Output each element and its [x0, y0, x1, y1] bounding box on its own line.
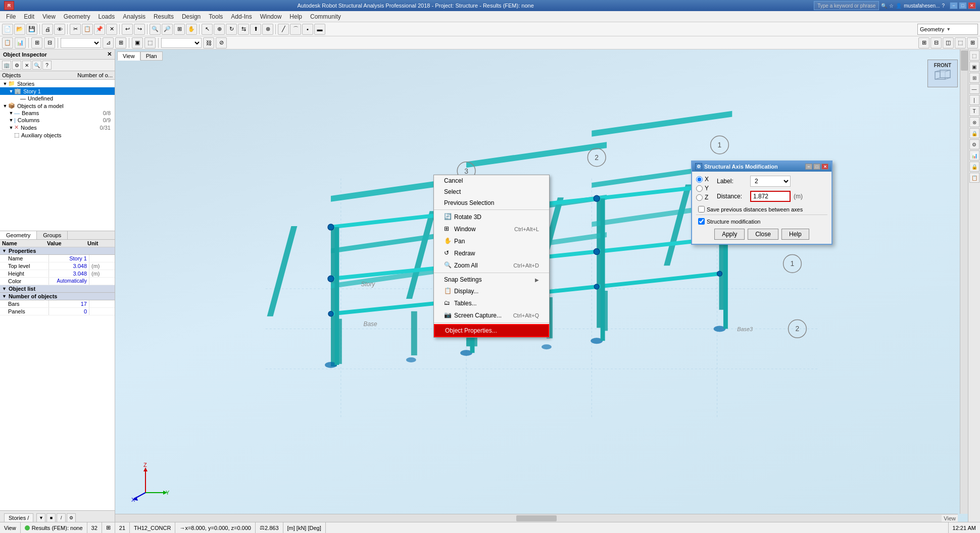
menu-edit[interactable]: Edit: [20, 12, 38, 21]
tb-preview[interactable]: 👁: [54, 24, 65, 35]
tb-copy[interactable]: 📋: [82, 24, 93, 35]
tb2-results[interactable]: 📊: [15, 37, 26, 48]
tb-arc[interactable]: ⌒: [290, 24, 301, 35]
tb-pan[interactable]: ✋: [186, 24, 197, 35]
menu-window[interactable]: Window: [256, 12, 286, 21]
story-icon-1[interactable]: ▼: [36, 513, 45, 522]
story-icon-3[interactable]: /: [57, 513, 66, 522]
tree-row-stories[interactable]: ▼ 📁 Stories: [0, 80, 115, 87]
tree-row-undefined[interactable]: — Undefined: [0, 95, 115, 102]
vscroll[interactable]: [960, 49, 968, 514]
sax-radio-z[interactable]: Z: [696, 194, 709, 201]
hscroll-thumb[interactable]: [516, 515, 557, 521]
tb-mirror[interactable]: ⇆: [238, 24, 249, 35]
expand-columns-icon[interactable]: ▼: [8, 118, 14, 123]
tb2-r2[interactable]: ⊟: [930, 37, 942, 48]
view3d[interactable]: View Plan: [115, 49, 968, 533]
rt-btn-2[interactable]: ▣: [969, 62, 979, 72]
tb-zoom-out[interactable]: 🔎: [162, 24, 173, 35]
rt-btn-8[interactable]: 🔒: [969, 128, 979, 138]
expand-nodes-icon[interactable]: ▼: [8, 125, 14, 130]
sax-radio-y[interactable]: Y: [696, 185, 709, 192]
tb-undo[interactable]: ↩: [122, 24, 133, 35]
expand-stories-icon[interactable]: ▼: [2, 81, 8, 86]
tb2-combo1[interactable]: [61, 38, 101, 48]
rt-btn-11[interactable]: 🔒: [969, 162, 979, 172]
radio-y-input[interactable]: [696, 185, 703, 192]
section-properties[interactable]: ▼ Properties: [0, 247, 115, 255]
ctx-window[interactable]: ⊞ Window Ctrl+Alt+L: [434, 223, 549, 235]
tb-save[interactable]: 💾: [26, 24, 37, 35]
stories-tab-item[interactable]: Stories /: [4, 513, 33, 522]
tree-row-auxiliary[interactable]: ⬚ Auxiliary objects: [0, 131, 115, 139]
context-menu[interactable]: Cancel Select Previous Selection 🔄 Rotat…: [433, 175, 550, 338]
tb-line[interactable]: ╱: [278, 24, 289, 35]
expand-model-icon[interactable]: ▼: [2, 103, 8, 109]
tb2-view1[interactable]: ▣: [132, 37, 143, 48]
tb2-grid[interactable]: ⊞: [115, 37, 126, 48]
tb-snap[interactable]: ⊕: [214, 24, 225, 35]
rt-btn-12[interactable]: 📋: [969, 173, 979, 183]
ctx-select[interactable]: Select: [434, 186, 549, 197]
sax-label-select[interactable]: 2 1 3: [750, 176, 791, 187]
expand-beams-icon[interactable]: ▼: [8, 111, 14, 116]
sax-maximize-button[interactable]: □: [813, 164, 820, 170]
geometry-dropdown[interactable]: Geometry ▼: [917, 24, 978, 35]
rt-btn-1[interactable]: ⬚: [969, 50, 979, 61]
geo-dropdown-container[interactable]: Geometry ▼: [917, 24, 978, 35]
sax-distance-input[interactable]: [750, 191, 791, 202]
tab-groups[interactable]: Groups: [37, 231, 68, 239]
menu-tools[interactable]: Tools: [205, 12, 227, 21]
tb-new[interactable]: 📄: [2, 24, 13, 35]
close-button[interactable]: ✕: [968, 2, 976, 9]
sax-checkbox1[interactable]: [698, 206, 705, 212]
section-num-objects[interactable]: ▼ Number of objects: [0, 293, 115, 300]
story-icon-4[interactable]: ⚙: [67, 513, 76, 522]
insp-objects[interactable]: ⚙: [12, 61, 21, 70]
rt-btn-5[interactable]: |: [969, 95, 979, 105]
minimize-button[interactable]: −: [950, 2, 958, 9]
tree-row-objects-of-model[interactable]: ▼ 📦 Objects of a model: [0, 102, 115, 110]
search-box[interactable]: Type a keyword or phrase: [814, 1, 879, 10]
tb-extrude[interactable]: ⬆: [250, 24, 261, 35]
sax-apply-button[interactable]: Apply: [714, 229, 745, 240]
tree-row-columns[interactable]: ▼ | Columns 0/9: [0, 117, 115, 124]
tb2-r1[interactable]: ⊞: [918, 37, 929, 48]
hscroll[interactable]: [115, 514, 958, 522]
rt-btn-10[interactable]: 📊: [969, 150, 979, 161]
tb-print[interactable]: 🖨: [42, 24, 53, 35]
tb-open[interactable]: 📂: [14, 24, 25, 35]
tb2-angle[interactable]: ⊿: [103, 37, 114, 48]
tree-row-nodes[interactable]: ▼ ✕ Nodes 0/31: [0, 124, 115, 131]
tb-zoom-all[interactable]: ⊞: [174, 24, 185, 35]
tb2-combo2[interactable]: [161, 38, 202, 48]
sax-minimize-button[interactable]: −: [805, 164, 812, 170]
sax-close-button[interactable]: ✕: [821, 164, 828, 170]
ctx-prev-selection[interactable]: Previous Selection: [434, 197, 549, 208]
tb-redo[interactable]: ↪: [134, 24, 145, 35]
tree-row-story1[interactable]: ▼ 🏢 Story 1: [0, 87, 115, 95]
menu-help[interactable]: Help: [285, 12, 306, 21]
rt-btn-6[interactable]: T: [969, 106, 979, 116]
tb-select[interactable]: ↖: [202, 24, 213, 35]
tab-geometry[interactable]: Geometry: [0, 231, 37, 239]
tb2-detach[interactable]: ⊘: [216, 37, 227, 48]
tb2-btn1[interactable]: ⊞: [31, 37, 42, 48]
expand-props-icon[interactable]: ▼: [2, 248, 7, 253]
tb2-obj-inspector[interactable]: 📋: [2, 37, 13, 48]
tb-rotate[interactable]: ↻: [226, 24, 237, 35]
menu-results[interactable]: Results: [150, 12, 178, 21]
ctx-redraw[interactable]: ↺ Redraw: [434, 247, 549, 259]
insp-stories[interactable]: 🏢: [2, 61, 11, 70]
tb-node[interactable]: •: [302, 24, 313, 35]
expand-objlist-icon[interactable]: ▼: [2, 286, 7, 291]
tb-zoom-in[interactable]: 🔍: [150, 24, 161, 35]
menu-addins[interactable]: Add-Ins: [227, 12, 256, 21]
user-icon[interactable]: 👤: [896, 3, 902, 9]
rt-btn-7[interactable]: ⊗: [969, 117, 979, 127]
tab-view[interactable]: View: [117, 51, 140, 61]
rt-btn-9[interactable]: ⚙: [969, 139, 979, 149]
help-icon[interactable]: ?: [942, 3, 945, 9]
ctx-rotate3d[interactable]: 🔄 Rotate 3D: [434, 211, 549, 223]
radio-z-input[interactable]: [696, 194, 703, 201]
